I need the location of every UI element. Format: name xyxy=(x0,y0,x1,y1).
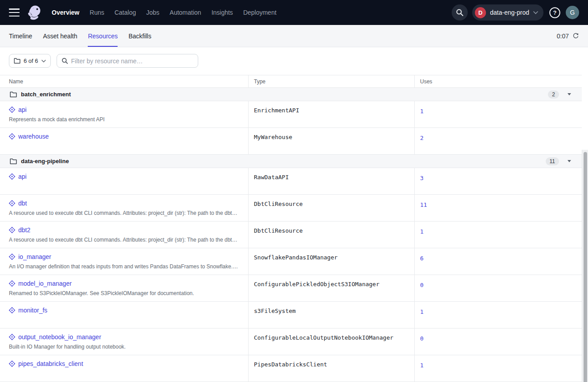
search-button[interactable] xyxy=(452,4,468,21)
resource-icon xyxy=(9,173,15,180)
resource-description: A resource used to execute dbt CLI comma… xyxy=(9,237,238,243)
resource-icon xyxy=(9,280,15,287)
deployment-switcher[interactable]: D data-eng-prod xyxy=(472,4,543,21)
resource-description: Renamed to S3PickleIOManager. See S3Pick… xyxy=(9,290,238,296)
resource-icon xyxy=(9,307,15,313)
nav-item-deployment[interactable]: Deployment xyxy=(243,9,277,16)
column-header-type: Type xyxy=(248,75,414,87)
refresh-icon[interactable] xyxy=(572,33,579,39)
resource-uses-link[interactable]: 2 xyxy=(420,135,424,141)
resource-name-link[interactable]: model_io_manager xyxy=(18,280,72,287)
nav-item-jobs[interactable]: Jobs xyxy=(146,9,159,16)
resource-row: dbt2 A resource used to execute dbt CLI … xyxy=(0,222,582,248)
nav-item-catalog[interactable]: Catalog xyxy=(114,9,136,16)
resource-icon xyxy=(9,254,15,260)
search-icon xyxy=(456,8,464,16)
scrollbar-thumb[interactable] xyxy=(584,152,587,382)
nav-item-overview[interactable]: Overview xyxy=(52,9,79,16)
resource-row: io_manager An I/O manager definition tha… xyxy=(0,248,582,275)
collapse-caret-icon[interactable] xyxy=(568,160,571,162)
folder-icon xyxy=(14,58,20,64)
group-count-badge: 11 xyxy=(546,157,559,165)
resource-uses-link[interactable]: 1 xyxy=(420,308,424,315)
resource-type: MyWarehouse xyxy=(248,128,414,154)
resource-name-link[interactable]: warehouse xyxy=(18,133,49,140)
resource-name-link[interactable]: monitor_fs xyxy=(18,307,47,314)
column-header-name: Name xyxy=(0,75,248,87)
resource-type: RawDataAPI xyxy=(248,168,414,194)
group-filter-button[interactable]: 6 of 6 xyxy=(9,54,51,68)
resources-toolbar: 6 of 6 xyxy=(0,47,588,75)
resource-row: warehouse MyWarehouse 2 xyxy=(0,128,582,155)
resources-table: Name Type Uses batch_enrichment 2 xyxy=(0,75,588,382)
resource-row: model_io_manager Renamed to S3PickleIOMa… xyxy=(0,275,582,302)
resources-table-body: batch_enrichment 2 api Represents a mock… xyxy=(0,88,582,382)
tab-resources[interactable]: Resources xyxy=(88,25,118,47)
chevron-down-icon xyxy=(41,60,46,62)
resource-name-link[interactable]: output_notebook_io_manager xyxy=(18,333,101,341)
deployment-initial-badge: D xyxy=(475,7,486,18)
resource-description: An I/O manager definition that reads inp… xyxy=(9,263,238,270)
overview-tab-bar: Timeline Asset health Resources Backfill… xyxy=(0,25,588,47)
resource-type: SnowflakePandasIOManager xyxy=(248,248,414,275)
dagster-logo[interactable] xyxy=(26,4,43,21)
resource-filter-field xyxy=(57,54,198,68)
resource-name-link[interactable]: io_manager xyxy=(18,253,51,260)
resource-uses-link[interactable]: 1 xyxy=(420,362,424,369)
resource-type: DbtCliResource xyxy=(248,195,414,221)
tab-backfills[interactable]: Backfills xyxy=(128,25,151,47)
resource-row: monitor_fs s3FileSystem 1 xyxy=(0,302,582,329)
resource-filter-input[interactable] xyxy=(71,58,193,65)
resource-icon xyxy=(9,133,15,140)
resource-icon xyxy=(9,227,15,233)
column-header-uses: Uses xyxy=(414,75,582,87)
resource-uses-link[interactable]: 0 xyxy=(420,282,424,288)
resource-group-row[interactable]: batch_enrichment 2 xyxy=(0,88,582,101)
resource-uses-link[interactable]: 1 xyxy=(420,228,424,235)
resource-icon xyxy=(9,361,15,367)
resource-icon xyxy=(9,334,15,340)
group-name: batch_enrichment xyxy=(21,91,71,98)
chevron-down-icon xyxy=(533,11,538,14)
nav-item-automation[interactable]: Automation xyxy=(170,9,201,16)
resource-group-row[interactable]: data-eng-pipeline 11 xyxy=(0,155,582,168)
resource-row: pipes_databricks_client PipesDatabricksC… xyxy=(0,355,582,382)
resource-icon xyxy=(9,107,15,113)
resource-name-link[interactable]: pipes_databricks_client xyxy=(18,360,83,367)
help-icon: ? xyxy=(549,7,561,19)
resource-type: DbtCliResource xyxy=(248,222,414,248)
help-button[interactable]: ? xyxy=(548,6,561,19)
resource-row: output_notebook_io_manager Built-in IO M… xyxy=(0,329,582,355)
resource-name-link[interactable]: api xyxy=(18,106,27,113)
refresh-countdown: 0:07 xyxy=(557,33,569,40)
top-nav: Overview Runs Catalog Jobs Automation In… xyxy=(0,0,588,25)
resource-name-link[interactable]: api xyxy=(18,173,27,180)
octopus-icon xyxy=(26,4,43,21)
nav-item-insights[interactable]: Insights xyxy=(212,9,233,16)
collapse-caret-icon[interactable] xyxy=(568,93,571,95)
resource-uses-link[interactable]: 1 xyxy=(420,108,424,115)
resource-description: Represents a mock data enrichment API xyxy=(9,116,238,123)
folder-icon xyxy=(10,158,17,164)
resource-row: dbt A resource used to execute dbt CLI c… xyxy=(0,195,582,222)
resource-name-link[interactable]: dbt xyxy=(18,200,27,207)
vertical-scrollbar[interactable] xyxy=(582,150,588,382)
resource-icon xyxy=(9,200,15,206)
resource-uses-link[interactable]: 6 xyxy=(420,255,424,262)
resource-uses-link[interactable]: 3 xyxy=(420,175,424,181)
menu-icon[interactable] xyxy=(9,8,20,16)
tab-timeline[interactable]: Timeline xyxy=(9,25,32,47)
tab-asset-health[interactable]: Asset health xyxy=(43,25,77,47)
resource-type: s3FileSystem xyxy=(248,302,414,328)
resource-type: ConfigurableLocalOutputNotebookIOManager xyxy=(248,329,414,355)
group-filter-label: 6 of 6 xyxy=(24,58,38,64)
user-avatar[interactable]: G xyxy=(566,6,579,19)
nav-item-runs[interactable]: Runs xyxy=(90,9,104,16)
resource-uses-link[interactable]: 11 xyxy=(420,201,427,208)
group-count-badge: 2 xyxy=(548,90,559,99)
folder-icon xyxy=(10,91,17,98)
resource-row: api RawDataAPI 3 xyxy=(0,168,582,195)
resource-uses-link[interactable]: 0 xyxy=(420,335,424,342)
resource-name-link[interactable]: dbt2 xyxy=(18,226,30,234)
resource-row: api Represents a mock data enrichment AP… xyxy=(0,101,582,128)
